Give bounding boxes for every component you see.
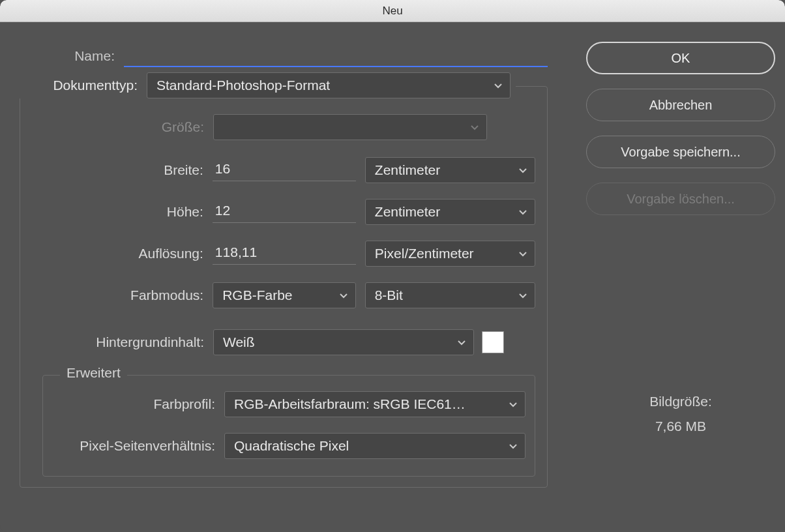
advanced-group: Erweitert Farbprofil: RGB-Arbeitsfarbrau…: [42, 375, 535, 477]
color-profile-label: Farbprofil:: [47, 396, 224, 412]
height-label: Höhe:: [24, 204, 213, 220]
height-unit-select[interactable]: Zentimeter: [365, 199, 535, 225]
height-row: Höhe: Zentimeter: [24, 198, 535, 226]
image-size-label: Bildgröße:: [649, 394, 712, 409]
name-label: Name:: [20, 48, 124, 64]
name-row: Name:: [20, 42, 548, 70]
size-label: Größe:: [24, 119, 213, 135]
background-row: Hintergrundinhalt: Weiß: [24, 328, 535, 357]
color-mode-label: Farbmodus:: [24, 288, 213, 303]
chevron-down-icon: [518, 207, 528, 217]
advanced-title: Erweitert: [60, 365, 127, 381]
cancel-button[interactable]: Abbrechen: [586, 89, 775, 121]
pixel-aspect-row: Pixel-Seitenverhältnis: Quadratische Pix…: [47, 432, 526, 460]
pixel-aspect-select[interactable]: Quadratische Pixel: [224, 433, 526, 459]
doc-type-label: Dokumenttyp:: [16, 78, 147, 93]
chevron-down-icon: [508, 441, 518, 451]
window-titlebar: Neu: [0, 0, 785, 22]
width-label: Breite:: [24, 162, 213, 178]
resolution-label: Auflösung:: [24, 246, 213, 261]
size-row: Größe:: [24, 113, 535, 141]
background-swatch[interactable]: [482, 331, 504, 353]
width-input[interactable]: [213, 159, 356, 181]
image-size-value: 7,66 MB: [649, 419, 712, 434]
width-unit-select[interactable]: Zentimeter: [365, 157, 535, 183]
document-type-group: Dokumenttyp: Standard-Photoshop-Format G…: [20, 86, 548, 488]
chevron-down-icon: [518, 165, 528, 175]
chevron-down-icon: [469, 122, 480, 132]
save-preset-button[interactable]: Vorgabe speichern...: [586, 136, 775, 168]
size-select[interactable]: [213, 114, 487, 140]
resolution-input[interactable]: [213, 243, 356, 265]
chevron-down-icon: [518, 290, 528, 301]
color-mode-row: Farbmodus: RGB-Farbe 8-Bit: [24, 281, 535, 310]
main-panel: Name: Dokumenttyp: Standard-Photoshop-Fo…: [0, 22, 567, 532]
chevron-down-icon: [456, 337, 467, 347]
chevron-down-icon: [508, 399, 518, 409]
chevron-down-icon: [493, 80, 503, 91]
height-input[interactable]: [213, 201, 356, 223]
color-profile-select[interactable]: RGB-Arbeitsfarbraum: sRGB IEC61…: [224, 391, 526, 417]
color-profile-row: Farbprofil: RGB-Arbeitsfarbraum: sRGB IE…: [47, 390, 526, 419]
chevron-down-icon: [338, 290, 349, 301]
doc-type-select[interactable]: Standard-Photoshop-Format: [147, 72, 511, 98]
bit-depth-select[interactable]: 8-Bit: [365, 282, 535, 308]
width-row: Breite: Zentimeter: [24, 156, 535, 185]
name-input[interactable]: [124, 45, 548, 67]
pixel-aspect-label: Pixel-Seitenverhältnis:: [47, 438, 224, 454]
delete-preset-button: Vorgabe löschen...: [586, 183, 775, 215]
sidebar: OK Abbrechen Vorgabe speichern... Vorgab…: [576, 22, 785, 532]
background-select[interactable]: Weiß: [213, 329, 474, 355]
background-label: Hintergrundinhalt:: [24, 334, 213, 350]
resolution-unit-select[interactable]: Pixel/Zentimeter: [365, 241, 535, 267]
resolution-row: Auflösung: Pixel/Zentimeter: [24, 239, 535, 268]
chevron-down-icon: [518, 248, 528, 259]
image-size-block: Bildgröße: 7,66 MB: [649, 394, 712, 434]
color-mode-select[interactable]: RGB-Farbe: [213, 282, 355, 308]
ok-button[interactable]: OK: [586, 42, 775, 74]
